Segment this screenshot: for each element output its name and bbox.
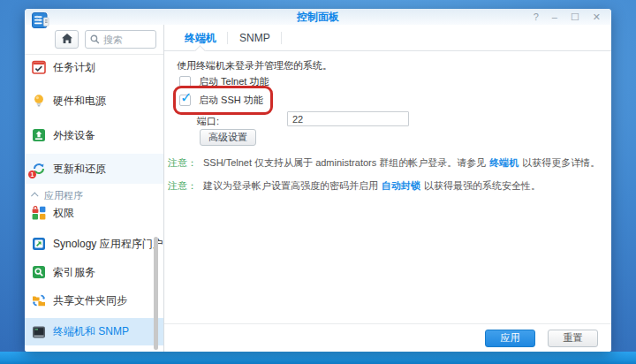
sidebar-item-label: 共享文件夹同步 xyxy=(53,293,127,308)
terminal-settings-pane: 使用终端机来登录并管理您的系统。 启动 Telnet 功能 启动 SSH 功能 … xyxy=(164,51,611,352)
note-text: SSH/Telnet 仅支持从属于 administrators 群组的帐户登录… xyxy=(203,157,486,168)
sidebar-item-update-restore[interactable]: 1 更新和还原 xyxy=(25,154,163,184)
sidebar-item-external-devices[interactable]: 外接设备 xyxy=(25,120,163,150)
maximize-button[interactable]: ☐ xyxy=(571,9,579,25)
sidebar: 任务计划 硬件和电源 外接设备 1 更新和还原 xyxy=(25,25,164,352)
ssh-checkbox-label: 启动 SSH 功能 xyxy=(199,94,263,107)
sidebar-item-label: 更新和还原 xyxy=(53,162,106,177)
telnet-checkbox[interactable] xyxy=(179,76,191,87)
terminal-snmp-icon xyxy=(31,324,46,339)
sidebar-item-shared-folder-sync[interactable]: 共享文件夹同步 xyxy=(25,285,163,315)
tab-bar: 终端机 SNMP xyxy=(164,25,611,51)
sidebar-item-label: 终端机和 SNMP xyxy=(53,324,129,339)
sidebar-item-indexing-service[interactable]: 索引服务 xyxy=(25,257,163,287)
sidebar-item-label: Synology 应用程序门户 xyxy=(53,237,163,252)
app-portal-icon xyxy=(31,237,46,252)
apply-button[interactable]: 应用 xyxy=(485,330,535,347)
note-admin-login: 注意：SSH/Telnet 仅支持从属于 administrators 群组的帐… xyxy=(168,156,601,170)
port-label: 端口: xyxy=(197,115,219,128)
sidebar-item-label: 权限 xyxy=(53,206,74,221)
window-title: 控制面板 xyxy=(25,9,611,26)
note-text: 以获得更多详情。 xyxy=(522,157,600,168)
sidebar-scrollbar[interactable] xyxy=(154,237,158,350)
lightbulb-icon xyxy=(31,94,46,109)
sidebar-item-privileges[interactable]: 权限 xyxy=(25,198,163,228)
content-area: 终端机 SNMP 使用终端机来登录并管理您的系统。 启动 Telnet 功能 启… xyxy=(164,25,611,352)
update-count-badge: 1 xyxy=(28,171,36,178)
sidebar-item-application-portal[interactable]: Synology 应用程序门户 xyxy=(25,229,163,259)
task-scheduler-icon xyxy=(31,60,46,75)
reset-button[interactable]: 重置 xyxy=(548,330,598,347)
ssh-checkbox-row: 启动 SSH 功能 xyxy=(179,94,263,107)
home-icon xyxy=(61,33,73,47)
note-security: 注意：建议为登录帐户设置高强度的密码并启用自动封锁以获得最强的系统安全性。 xyxy=(168,179,601,193)
action-footer: 应用 重置 xyxy=(164,323,611,352)
sidebar-item-terminal-snmp[interactable]: 终端机和 SNMP xyxy=(25,318,163,345)
sidebar-item-hardware-power[interactable]: 硬件和电源 xyxy=(25,86,163,116)
window-controls: ? – ☐ ✕ xyxy=(534,9,601,25)
search-box xyxy=(85,30,156,49)
auto-block-link[interactable]: 自动封锁 xyxy=(382,180,420,191)
terminal-help-link[interactable]: 终端机 xyxy=(489,157,519,168)
tab-terminal[interactable]: 终端机 xyxy=(173,25,228,50)
minimize-button[interactable]: – xyxy=(552,9,557,25)
control-panel-window: 控制面板 ? – ☐ ✕ xyxy=(25,9,611,352)
pane-description: 使用终端机来登录并管理您的系统。 xyxy=(177,59,332,72)
note-prefix: 注意： xyxy=(168,157,197,168)
sidebar-item-label: 硬件和电源 xyxy=(53,94,106,109)
ssh-checkbox[interactable] xyxy=(179,95,191,106)
note-text: 以获得最强的系统安全性。 xyxy=(424,180,541,191)
titlebar: 控制面板 ? – ☐ ✕ xyxy=(25,9,611,25)
advanced-settings-button[interactable]: 高级设置 xyxy=(200,129,256,146)
sidebar-item-label: 任务计划 xyxy=(53,60,95,75)
sidebar-item-label: 外接设备 xyxy=(53,128,95,143)
tab-snmp[interactable]: SNMP xyxy=(228,25,282,50)
sidebar-item-label: 索引服务 xyxy=(53,265,95,280)
taskbar[interactable] xyxy=(0,352,636,364)
help-button[interactable]: ? xyxy=(534,9,539,25)
update-restore-icon: 1 xyxy=(31,162,46,177)
search-icon xyxy=(90,32,100,48)
close-button[interactable]: ✕ xyxy=(593,9,601,25)
note-prefix: 注意： xyxy=(168,180,197,191)
indexing-service-icon xyxy=(31,265,46,280)
home-button[interactable] xyxy=(55,30,79,49)
sidebar-item-task-scheduler[interactable]: 任务计划 xyxy=(25,52,163,82)
ssh-port-input[interactable] xyxy=(287,111,409,126)
note-text: 建议为登录帐户设置高强度的密码并启用 xyxy=(203,180,378,191)
telnet-checkbox-label: 启动 Telnet 功能 xyxy=(199,75,269,88)
telnet-checkbox-row: 启动 Telnet 功能 xyxy=(179,75,269,88)
tab-label: SNMP xyxy=(239,32,270,44)
external-device-icon xyxy=(31,128,46,143)
tab-label: 终端机 xyxy=(185,32,216,44)
search-input[interactable] xyxy=(103,34,151,45)
privileges-icon xyxy=(31,206,46,221)
shared-folder-sync-icon xyxy=(31,293,46,308)
control-panel-app-icon xyxy=(32,12,49,30)
